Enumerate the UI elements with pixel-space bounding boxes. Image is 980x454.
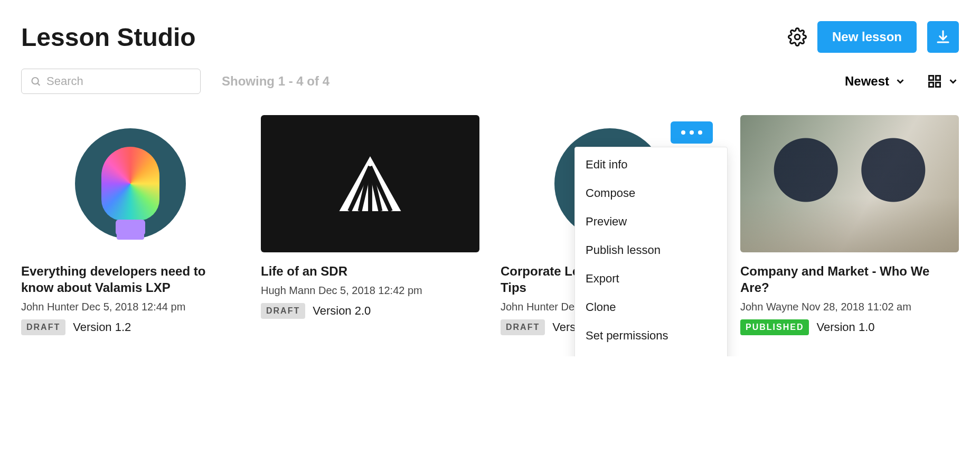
chevron-down-icon: [894, 75, 906, 87]
lesson-card[interactable]: Life of an SDR Hugh Mann Dec 5, 2018 12:…: [261, 115, 479, 335]
lesson-meta: Hugh Mann Dec 5, 2018 12:42 pm: [261, 285, 479, 297]
svg-point-0: [795, 34, 800, 40]
lesson-card[interactable]: Company and Market - Who We Are? John Wa…: [740, 115, 959, 335]
svg-rect-4: [936, 76, 940, 80]
new-lesson-button[interactable]: New lesson: [817, 21, 917, 53]
lesson-meta: John Wayne Nov 28, 2018 11:02 am: [740, 301, 959, 313]
menu-export[interactable]: Export: [575, 264, 727, 293]
svg-rect-5: [929, 82, 934, 87]
lesson-meta: John Hunter Dec 5, 2018 12:44 pm: [21, 301, 240, 313]
header-actions: New lesson: [788, 21, 959, 53]
status-badge: DRAFT: [501, 319, 545, 335]
lesson-footer: PUBLISHED Version 1.0: [740, 319, 959, 335]
dot-icon: [681, 130, 685, 135]
grid-icon: [927, 74, 942, 89]
lightbulb-icon: [75, 128, 186, 239]
dot-icon: [690, 130, 694, 135]
view-toggle[interactable]: [927, 74, 959, 89]
card-more-button[interactable]: [671, 121, 713, 144]
download-icon: [935, 29, 951, 45]
search-icon: [30, 75, 41, 88]
lesson-version: Version 1.2: [73, 320, 131, 334]
svg-point-1: [32, 78, 39, 84]
handshake-image: [740, 115, 959, 252]
dot-icon: [698, 130, 702, 135]
lesson-footer: DRAFT Version 2.0: [261, 303, 479, 319]
gear-icon: [788, 27, 807, 46]
menu-delete[interactable]: Delete: [575, 350, 727, 356]
status-badge: DRAFT: [21, 319, 65, 335]
menu-compose[interactable]: Compose: [575, 179, 727, 207]
page-title: Lesson Studio: [21, 23, 196, 52]
triangle-logo-icon: [336, 152, 404, 215]
settings-button[interactable]: [788, 27, 807, 46]
lesson-card[interactable]: Everything developers need to know about…: [21, 115, 240, 335]
lesson-thumbnail: [740, 115, 959, 252]
status-badge: PUBLISHED: [740, 319, 809, 335]
lesson-card[interactable]: Edit info Compose Preview Publish lesson…: [501, 115, 719, 335]
menu-preview[interactable]: Preview: [575, 207, 727, 236]
lesson-thumbnail: [21, 115, 240, 252]
import-button[interactable]: [927, 21, 959, 53]
toolbar: Showing 1 - 4 of 4 Newest: [21, 69, 959, 94]
menu-permissions[interactable]: Set permissions: [575, 321, 727, 350]
card-context-menu: Edit info Compose Preview Publish lesson…: [574, 147, 728, 356]
svg-line-2: [37, 83, 40, 86]
svg-rect-3: [929, 76, 934, 80]
sort-label: Newest: [845, 74, 889, 89]
lesson-version: Version 2.0: [313, 304, 371, 318]
menu-clone[interactable]: Clone: [575, 293, 727, 321]
svg-rect-6: [936, 82, 940, 87]
status-badge: DRAFT: [261, 303, 305, 319]
menu-edit-info[interactable]: Edit info: [575, 150, 727, 179]
search-input[interactable]: [46, 74, 192, 88]
lesson-grid: Everything developers need to know about…: [21, 115, 959, 335]
lesson-title: Life of an SDR: [261, 263, 479, 279]
lesson-title: Everything developers need to know about…: [21, 263, 240, 296]
search-field[interactable]: [21, 69, 201, 94]
menu-publish[interactable]: Publish lesson: [575, 236, 727, 264]
header: Lesson Studio New lesson: [21, 21, 959, 53]
lesson-footer: DRAFT Version 1.2: [21, 319, 240, 335]
chevron-down-icon: [947, 75, 959, 87]
sort-dropdown[interactable]: Newest: [845, 74, 906, 89]
results-count: Showing 1 - 4 of 4: [222, 74, 329, 89]
lesson-title: Company and Market - Who We Are?: [740, 263, 959, 296]
toolbar-right: Newest: [845, 74, 959, 89]
lesson-thumbnail: [261, 115, 479, 252]
lesson-version: Version 1.0: [816, 320, 874, 334]
